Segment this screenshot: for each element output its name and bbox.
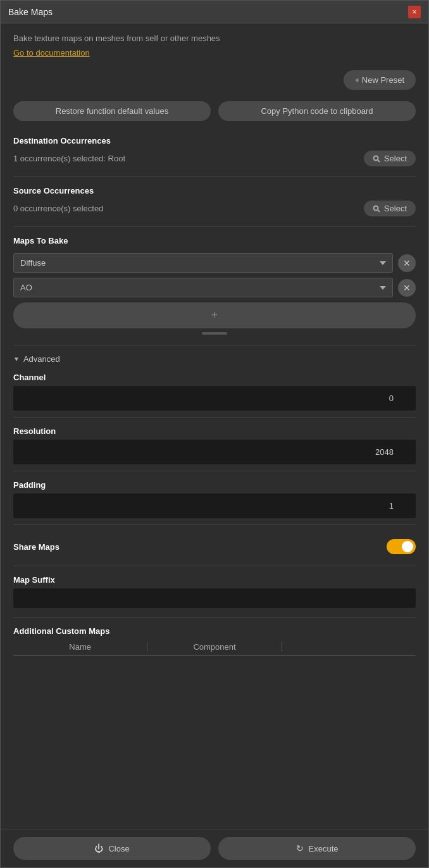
restore-defaults-button[interactable]: Restore function default values	[13, 101, 211, 121]
divider-7	[13, 566, 416, 566]
add-map-button[interactable]: +	[13, 302, 416, 328]
refresh-icon: ↻	[296, 843, 304, 853]
destination-section-title: Destination Occurrences	[13, 136, 416, 146]
source-value: 0 occurrence(s) selected	[13, 204, 103, 213]
map-row-1: Diffuse AO Normal Height Roughness ✕	[13, 253, 416, 273]
advanced-label: Advanced	[23, 354, 60, 364]
drag-handle	[202, 332, 227, 335]
padding-input-container	[13, 493, 416, 518]
divider-6	[13, 524, 416, 525]
search-icon	[373, 205, 380, 213]
divider-5	[13, 471, 416, 471]
destination-field-row: 1 occurrence(s) selected: Root Select	[13, 151, 416, 174]
footer: ⏻ Close ↻ Execute	[1, 829, 428, 867]
svg-point-2	[373, 206, 378, 210]
copy-python-button[interactable]: Copy Python code to clipboard	[218, 101, 416, 121]
custom-maps-section: Additional Custom Maps Name Component	[13, 626, 416, 656]
close-label: Close	[108, 844, 129, 853]
toolbar-row: + New Preset	[13, 70, 416, 90]
map-suffix-input[interactable]	[13, 588, 416, 608]
custom-maps-header: Name Component	[13, 642, 416, 656]
doc-link[interactable]: Go to documentation	[13, 48, 90, 58]
divider-4	[13, 417, 416, 418]
description-text: Bake texture maps on meshes from self or…	[13, 34, 416, 43]
main-content: Bake texture maps on meshes from self or…	[1, 23, 428, 829]
resolution-input-container	[13, 440, 416, 464]
map-suffix-section: Map Suffix	[13, 575, 416, 617]
action-row: Restore function default values Copy Pyt…	[13, 101, 416, 121]
share-maps-toggle[interactable]	[387, 539, 416, 554]
source-occurrences-section: Source Occurrences 0 occurrence(s) selec…	[13, 186, 416, 227]
resolution-section: Resolution	[13, 426, 416, 471]
divider-1	[13, 177, 416, 177]
chevron-down-icon: ▼	[13, 356, 20, 363]
resolution-label: Resolution	[13, 426, 416, 436]
maps-section-title: Maps To Bake	[13, 236, 416, 245]
title-bar: Bake Maps ×	[1, 1, 428, 23]
divider-3	[13, 345, 416, 345]
destination-occurrences-section: Destination Occurrences 1 occurrence(s) …	[13, 136, 416, 177]
padding-section: Padding	[13, 480, 416, 525]
window-close-button[interactable]: ×	[408, 6, 421, 18]
divider-8	[13, 617, 416, 617]
divider-2	[13, 226, 416, 227]
map-select-1[interactable]: Diffuse AO Normal Height Roughness	[13, 253, 393, 273]
source-section-title: Source Occurrences	[13, 186, 416, 195]
col-component: Component	[147, 642, 281, 652]
execute-label: Execute	[309, 844, 339, 853]
col-extra	[282, 642, 416, 652]
power-icon: ⏻	[94, 843, 103, 853]
col-name: Name	[13, 642, 147, 652]
bake-maps-window: Bake Maps × Bake texture maps on meshes …	[0, 0, 429, 868]
search-icon	[373, 155, 380, 163]
share-maps-label: Share Maps	[13, 542, 59, 552]
padding-label: Padding	[13, 480, 416, 490]
maps-to-bake-section: Maps To Bake Diffuse AO Normal Height Ro…	[13, 236, 416, 345]
advanced-toggle[interactable]: ▼ Advanced	[13, 354, 416, 364]
svg-point-0	[373, 156, 378, 160]
padding-input[interactable]	[20, 497, 409, 514]
resolution-input[interactable]	[20, 443, 409, 461]
source-select-button[interactable]: Select	[364, 201, 416, 216]
window-title: Bake Maps	[8, 7, 53, 17]
map-suffix-label: Map Suffix	[13, 575, 416, 585]
channel-input[interactable]	[20, 390, 409, 407]
map-remove-button-1[interactable]: ✕	[398, 254, 416, 272]
channel-section: Channel	[13, 373, 416, 418]
add-map-icon: +	[211, 309, 218, 322]
destination-select-label: Select	[384, 154, 407, 163]
channel-label: Channel	[13, 373, 416, 382]
channel-input-container	[13, 386, 416, 411]
new-preset-label: + New Preset	[355, 75, 404, 85]
map-select-2[interactable]: Diffuse AO Normal Height Roughness	[13, 278, 393, 297]
execute-button[interactable]: ↻ Execute	[218, 837, 416, 860]
svg-line-1	[378, 160, 380, 162]
bottom-spacer	[13, 656, 416, 669]
svg-line-3	[378, 210, 380, 212]
share-maps-row: Share Maps	[13, 534, 416, 559]
close-button[interactable]: ⏻ Close	[13, 837, 211, 860]
source-select-label: Select	[384, 204, 407, 213]
destination-select-button[interactable]: Select	[364, 151, 416, 166]
map-row-2: Diffuse AO Normal Height Roughness ✕	[13, 278, 416, 297]
new-preset-button[interactable]: + New Preset	[344, 70, 416, 90]
destination-value: 1 occurrence(s) selected: Root	[13, 154, 125, 163]
custom-maps-title: Additional Custom Maps	[13, 626, 416, 636]
toggle-slider	[387, 539, 416, 554]
advanced-section: ▼ Advanced Channel Resolution	[13, 354, 416, 656]
source-field-row: 0 occurrence(s) selected Select	[13, 201, 416, 224]
map-remove-button-2[interactable]: ✕	[398, 279, 416, 297]
